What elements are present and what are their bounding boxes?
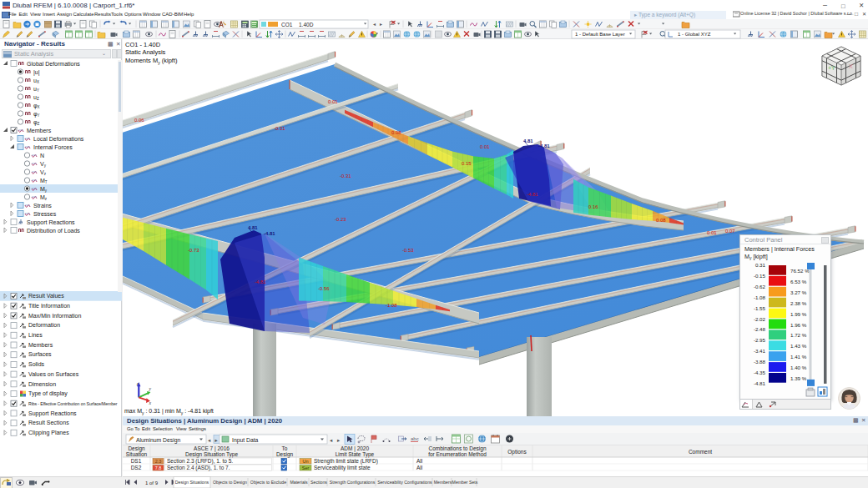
svg-text:1 - Global XYZ: 1 - Global XYZ bbox=[678, 32, 711, 37]
svg-text:◂: ◂ bbox=[373, 22, 376, 27]
svg-text:▸: ▸ bbox=[337, 437, 341, 443]
svg-text:Distribution of Loads: Distribution of Loads bbox=[27, 228, 80, 234]
svg-text:-1.55: -1.55 bbox=[754, 305, 766, 311]
svg-text:Serviceability Configurations: Serviceability Configurations bbox=[377, 480, 432, 485]
svg-text:Objects to Design: Objects to Design bbox=[213, 480, 247, 485]
svg-text:Aluminum Design: Aluminum Design bbox=[136, 437, 180, 444]
svg-text:Mz: Mz bbox=[40, 194, 48, 201]
svg-text:0.01: 0.01 bbox=[480, 144, 490, 149]
svg-text:Strength Configurations: Strength Configurations bbox=[330, 480, 376, 485]
svg-text:+Y: +Y bbox=[828, 65, 835, 71]
svg-text:-0.62: -0.62 bbox=[754, 284, 766, 289]
svg-text:CO1: CO1 bbox=[281, 22, 293, 28]
svg-text:-2.02: -2.02 bbox=[754, 316, 766, 322]
svg-text:Internal Forces: Internal Forces bbox=[33, 144, 73, 150]
svg-text:Vz: Vz bbox=[40, 169, 47, 176]
svg-text:uY: uY bbox=[33, 86, 39, 93]
svg-text:-0.23: -0.23 bbox=[335, 217, 346, 222]
svg-text:Input Data: Input Data bbox=[232, 437, 259, 444]
svg-text:-0.31: -0.31 bbox=[274, 126, 285, 131]
svg-text:Ribs - Effective Contribution: Ribs - Effective Contribution on Surface… bbox=[28, 401, 118, 406]
svg-text:Serviceability limit state: Serviceability limit state bbox=[314, 465, 371, 471]
svg-text:1 of 9: 1 of 9 bbox=[145, 480, 159, 485]
svg-text:φX: φX bbox=[33, 103, 40, 109]
svg-text:Members: Members bbox=[434, 480, 452, 485]
svg-text:4.81: 4.81 bbox=[523, 138, 533, 143]
svg-text:Options: Options bbox=[507, 449, 527, 455]
svg-text:DS2: DS2 bbox=[131, 465, 142, 470]
svg-text:-1.08: -1.08 bbox=[754, 294, 766, 300]
svg-text:0.07: 0.07 bbox=[725, 229, 735, 234]
svg-text:1.96 %: 1.96 % bbox=[790, 322, 807, 328]
svg-text:6.53 %: 6.53 % bbox=[790, 279, 807, 284]
svg-text:Max/Min Information: Max/Min Information bbox=[28, 313, 82, 319]
svg-text:x: x bbox=[149, 400, 152, 405]
svg-text:X: X bbox=[849, 63, 853, 69]
svg-text:DS1: DS1 bbox=[131, 458, 142, 464]
svg-text:-4.81: -4.81 bbox=[754, 380, 766, 386]
svg-text:1.40 %: 1.40 % bbox=[790, 365, 807, 370]
svg-text:1.40D: 1.40D bbox=[299, 22, 314, 28]
svg-text:Lines: Lines bbox=[28, 332, 43, 338]
svg-text:Objects to Exclude: Objects to Exclude bbox=[250, 480, 286, 485]
svg-text:Strains: Strains bbox=[33, 203, 52, 209]
svg-text:◂: ◂ bbox=[330, 437, 333, 443]
svg-text:-2.48: -2.48 bbox=[754, 326, 766, 332]
svg-text:3.27 %: 3.27 % bbox=[790, 289, 807, 295]
svg-text:uX: uX bbox=[33, 78, 39, 84]
svg-text:Solids: Solids bbox=[28, 361, 45, 367]
svg-text:Result Sections: Result Sections bbox=[28, 420, 69, 425]
svg-text:MT: MT bbox=[40, 178, 48, 184]
svg-text:-2.95: -2.95 bbox=[754, 337, 766, 343]
svg-text:Members: Members bbox=[28, 342, 53, 348]
svg-text:Support Reactions: Support Reactions bbox=[28, 410, 77, 417]
svg-text:To: To bbox=[282, 445, 288, 451]
svg-text:Vy: Vy bbox=[40, 161, 47, 168]
svg-text:Local Deformations: Local Deformations bbox=[33, 136, 84, 142]
svg-text:N: N bbox=[40, 153, 44, 158]
svg-text:Support Reactions: Support Reactions bbox=[27, 219, 75, 226]
svg-text:Un: Un bbox=[302, 459, 308, 464]
svg-text:Surfaces: Surfaces bbox=[28, 351, 52, 357]
svg-text:Section 2.4 (ASD), 1. to 7.: Section 2.4 (ASD), 1. to 7. bbox=[167, 465, 230, 471]
svg-text:7.8: 7.8 bbox=[155, 465, 162, 470]
svg-text:-1.08: -1.08 bbox=[386, 303, 397, 308]
svg-text:-4.81: -4.81 bbox=[527, 192, 538, 197]
svg-text:|u|: |u| bbox=[33, 69, 40, 76]
svg-text:2.38 %: 2.38 % bbox=[790, 300, 807, 306]
svg-text:0.08: 0.08 bbox=[391, 130, 401, 135]
svg-text:Deformation: Deformation bbox=[28, 322, 60, 328]
svg-text:1.72 %: 1.72 % bbox=[790, 332, 807, 338]
svg-text:φY: φY bbox=[33, 111, 40, 118]
svg-text:for Enumeration Method: for Enumeration Method bbox=[428, 451, 487, 457]
svg-text:0.16: 0.16 bbox=[588, 204, 598, 209]
svg-text:Member Sets: Member Sets bbox=[452, 480, 478, 485]
svg-text:-4.81: -4.81 bbox=[538, 143, 550, 148]
svg-text:uZ: uZ bbox=[33, 94, 39, 101]
svg-text:φZ: φZ bbox=[33, 119, 40, 126]
svg-text:Dimension: Dimension bbox=[28, 381, 56, 387]
svg-text:Stresses: Stresses bbox=[33, 211, 57, 217]
svg-text:Comment: Comment bbox=[689, 449, 712, 455]
svg-text:▸: ▸ bbox=[380, 22, 382, 27]
svg-text:Ser: Ser bbox=[302, 465, 310, 470]
svg-text:abc: abc bbox=[411, 436, 419, 441]
svg-text:Strength limit state (LRFD): Strength limit state (LRFD) bbox=[314, 458, 378, 465]
svg-text:1.39 %: 1.39 % bbox=[790, 375, 807, 381]
svg-text:-3.41: -3.41 bbox=[754, 348, 766, 354]
svg-text:0.08: 0.08 bbox=[656, 218, 666, 223]
svg-text:Type of display: Type of display bbox=[28, 390, 68, 397]
svg-text:-0.73: -0.73 bbox=[188, 248, 199, 253]
svg-text:-4.81: -4.81 bbox=[255, 279, 266, 284]
svg-text:0.01: 0.01 bbox=[707, 230, 717, 235]
svg-text:Clipping Planes: Clipping Planes bbox=[28, 430, 69, 436]
svg-text:1.99 %: 1.99 % bbox=[790, 311, 807, 317]
svg-text:1.43 %: 1.43 % bbox=[790, 343, 807, 349]
svg-text:◂: ◂ bbox=[208, 437, 211, 443]
svg-text:Sections: Sections bbox=[310, 480, 327, 485]
svg-text:All: All bbox=[416, 458, 423, 464]
svg-text:2.3: 2.3 bbox=[155, 459, 162, 464]
svg-text:0.15: 0.15 bbox=[462, 161, 472, 166]
svg-text:Materials: Materials bbox=[290, 480, 307, 485]
svg-text:-3.88: -3.88 bbox=[754, 359, 766, 365]
